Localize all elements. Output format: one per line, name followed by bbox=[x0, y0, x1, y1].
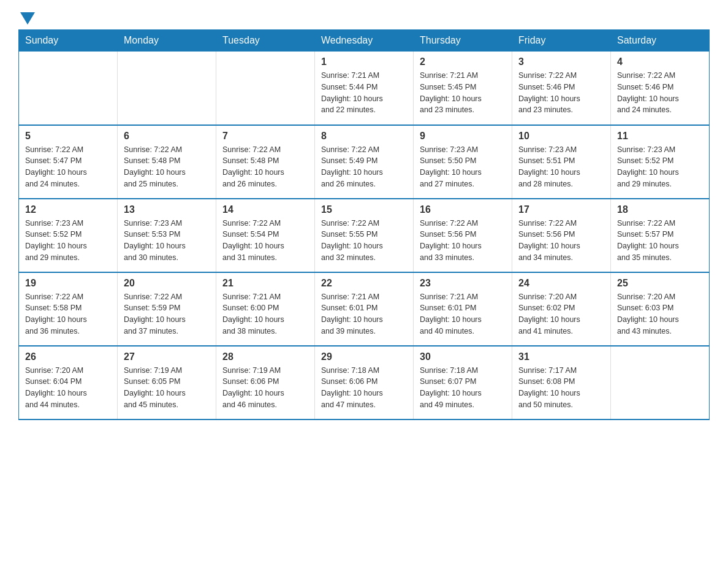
calendar-cell: 21Sunrise: 7:21 AM Sunset: 6:00 PM Dayli… bbox=[216, 272, 315, 346]
day-info: Sunrise: 7:23 AM Sunset: 5:53 PM Dayligh… bbox=[124, 218, 210, 264]
week-row-1: 1Sunrise: 7:21 AM Sunset: 5:44 PM Daylig… bbox=[19, 52, 710, 125]
day-number: 2 bbox=[420, 56, 506, 67]
day-number: 26 bbox=[25, 351, 111, 362]
day-number: 28 bbox=[222, 351, 308, 362]
day-info: Sunrise: 7:20 AM Sunset: 6:04 PM Dayligh… bbox=[25, 365, 111, 411]
week-row-3: 12Sunrise: 7:23 AM Sunset: 5:52 PM Dayli… bbox=[19, 199, 710, 272]
day-number: 15 bbox=[321, 204, 407, 215]
calendar-cell: 12Sunrise: 7:23 AM Sunset: 5:52 PM Dayli… bbox=[19, 199, 118, 272]
calendar-cell bbox=[611, 346, 710, 419]
calendar-cell: 30Sunrise: 7:18 AM Sunset: 6:07 PM Dayli… bbox=[414, 346, 512, 419]
day-number: 10 bbox=[518, 131, 604, 142]
calendar-cell: 16Sunrise: 7:22 AM Sunset: 5:56 PM Dayli… bbox=[414, 199, 512, 272]
calendar-cell: 15Sunrise: 7:22 AM Sunset: 5:55 PM Dayli… bbox=[315, 199, 414, 272]
day-number: 27 bbox=[124, 351, 210, 362]
week-row-2: 5Sunrise: 7:22 AM Sunset: 5:47 PM Daylig… bbox=[19, 125, 710, 199]
day-number: 19 bbox=[25, 278, 111, 289]
page-header bbox=[18, 12, 710, 23]
day-info: Sunrise: 7:22 AM Sunset: 5:49 PM Dayligh… bbox=[321, 144, 407, 190]
day-info: Sunrise: 7:22 AM Sunset: 5:59 PM Dayligh… bbox=[124, 291, 210, 337]
day-info: Sunrise: 7:21 AM Sunset: 6:01 PM Dayligh… bbox=[420, 291, 506, 337]
day-info: Sunrise: 7:20 AM Sunset: 6:02 PM Dayligh… bbox=[518, 291, 604, 337]
day-info: Sunrise: 7:22 AM Sunset: 5:54 PM Dayligh… bbox=[222, 218, 308, 264]
calendar-cell: 28Sunrise: 7:19 AM Sunset: 6:06 PM Dayli… bbox=[216, 346, 315, 419]
day-info: Sunrise: 7:22 AM Sunset: 5:56 PM Dayligh… bbox=[420, 218, 506, 264]
calendar-cell bbox=[19, 52, 118, 125]
header-day-monday: Monday bbox=[118, 30, 216, 52]
day-number: 24 bbox=[518, 278, 604, 289]
day-number: 12 bbox=[25, 204, 111, 215]
day-number: 11 bbox=[617, 131, 703, 142]
day-number: 14 bbox=[222, 204, 308, 215]
calendar-cell: 20Sunrise: 7:22 AM Sunset: 5:59 PM Dayli… bbox=[118, 272, 216, 346]
header-day-thursday: Thursday bbox=[414, 30, 512, 52]
day-info: Sunrise: 7:23 AM Sunset: 5:51 PM Dayligh… bbox=[518, 144, 604, 190]
day-number: 4 bbox=[617, 56, 703, 67]
logo-text bbox=[18, 12, 37, 25]
day-number: 25 bbox=[617, 278, 703, 289]
calendar-cell: 7Sunrise: 7:22 AM Sunset: 5:48 PM Daylig… bbox=[216, 125, 315, 199]
week-row-5: 26Sunrise: 7:20 AM Sunset: 6:04 PM Dayli… bbox=[19, 346, 710, 419]
day-info: Sunrise: 7:22 AM Sunset: 5:55 PM Dayligh… bbox=[321, 218, 407, 264]
logo bbox=[18, 12, 37, 23]
calendar-cell: 31Sunrise: 7:17 AM Sunset: 6:08 PM Dayli… bbox=[512, 346, 611, 419]
calendar-cell: 24Sunrise: 7:20 AM Sunset: 6:02 PM Dayli… bbox=[512, 272, 611, 346]
day-info: Sunrise: 7:23 AM Sunset: 5:52 PM Dayligh… bbox=[25, 218, 111, 264]
day-number: 8 bbox=[321, 131, 407, 142]
day-info: Sunrise: 7:22 AM Sunset: 5:56 PM Dayligh… bbox=[518, 218, 604, 264]
day-info: Sunrise: 7:21 AM Sunset: 6:00 PM Dayligh… bbox=[222, 291, 308, 337]
calendar-cell: 13Sunrise: 7:23 AM Sunset: 5:53 PM Dayli… bbox=[118, 199, 216, 272]
day-info: Sunrise: 7:22 AM Sunset: 5:58 PM Dayligh… bbox=[25, 291, 111, 337]
header-day-tuesday: Tuesday bbox=[216, 30, 315, 52]
calendar-cell: 6Sunrise: 7:22 AM Sunset: 5:48 PM Daylig… bbox=[118, 125, 216, 199]
calendar-header: SundayMondayTuesdayWednesdayThursdayFrid… bbox=[19, 30, 710, 52]
calendar-cell: 3Sunrise: 7:22 AM Sunset: 5:46 PM Daylig… bbox=[512, 52, 611, 125]
day-number: 6 bbox=[124, 131, 210, 142]
calendar-cell: 8Sunrise: 7:22 AM Sunset: 5:49 PM Daylig… bbox=[315, 125, 414, 199]
day-info: Sunrise: 7:22 AM Sunset: 5:57 PM Dayligh… bbox=[617, 218, 703, 264]
calendar-body: 1Sunrise: 7:21 AM Sunset: 5:44 PM Daylig… bbox=[19, 52, 710, 419]
day-info: Sunrise: 7:18 AM Sunset: 6:07 PM Dayligh… bbox=[420, 365, 506, 411]
logo-triangle-icon bbox=[20, 12, 35, 25]
calendar-cell: 2Sunrise: 7:21 AM Sunset: 5:45 PM Daylig… bbox=[414, 52, 512, 125]
header-row: SundayMondayTuesdayWednesdayThursdayFrid… bbox=[19, 30, 710, 52]
calendar-cell: 11Sunrise: 7:23 AM Sunset: 5:52 PM Dayli… bbox=[611, 125, 710, 199]
header-day-sunday: Sunday bbox=[19, 30, 118, 52]
day-info: Sunrise: 7:23 AM Sunset: 5:50 PM Dayligh… bbox=[420, 144, 506, 190]
calendar-cell: 19Sunrise: 7:22 AM Sunset: 5:58 PM Dayli… bbox=[19, 272, 118, 346]
calendar-cell: 23Sunrise: 7:21 AM Sunset: 6:01 PM Dayli… bbox=[414, 272, 512, 346]
day-info: Sunrise: 7:22 AM Sunset: 5:47 PM Dayligh… bbox=[25, 144, 111, 190]
header-day-saturday: Saturday bbox=[611, 30, 710, 52]
day-info: Sunrise: 7:19 AM Sunset: 6:06 PM Dayligh… bbox=[222, 365, 308, 411]
calendar-cell: 22Sunrise: 7:21 AM Sunset: 6:01 PM Dayli… bbox=[315, 272, 414, 346]
day-info: Sunrise: 7:22 AM Sunset: 5:48 PM Dayligh… bbox=[222, 144, 308, 190]
header-day-wednesday: Wednesday bbox=[315, 30, 414, 52]
day-number: 30 bbox=[420, 351, 506, 362]
calendar-cell: 14Sunrise: 7:22 AM Sunset: 5:54 PM Dayli… bbox=[216, 199, 315, 272]
day-info: Sunrise: 7:22 AM Sunset: 5:48 PM Dayligh… bbox=[124, 144, 210, 190]
calendar-cell: 17Sunrise: 7:22 AM Sunset: 5:56 PM Dayli… bbox=[512, 199, 611, 272]
calendar-cell: 18Sunrise: 7:22 AM Sunset: 5:57 PM Dayli… bbox=[611, 199, 710, 272]
day-number: 17 bbox=[518, 204, 604, 215]
calendar-cell: 4Sunrise: 7:22 AM Sunset: 5:46 PM Daylig… bbox=[611, 52, 710, 125]
day-number: 13 bbox=[124, 204, 210, 215]
day-number: 16 bbox=[420, 204, 506, 215]
day-info: Sunrise: 7:21 AM Sunset: 5:44 PM Dayligh… bbox=[321, 70, 407, 116]
calendar-cell: 29Sunrise: 7:18 AM Sunset: 6:06 PM Dayli… bbox=[315, 346, 414, 419]
calendar-cell: 9Sunrise: 7:23 AM Sunset: 5:50 PM Daylig… bbox=[414, 125, 512, 199]
day-number: 7 bbox=[222, 131, 308, 142]
day-number: 3 bbox=[518, 56, 604, 67]
day-number: 1 bbox=[321, 56, 407, 67]
day-info: Sunrise: 7:21 AM Sunset: 5:45 PM Dayligh… bbox=[420, 70, 506, 116]
day-number: 20 bbox=[124, 278, 210, 289]
calendar-cell bbox=[216, 52, 315, 125]
day-number: 31 bbox=[518, 351, 604, 362]
calendar-cell bbox=[118, 52, 216, 125]
day-number: 21 bbox=[222, 278, 308, 289]
day-number: 29 bbox=[321, 351, 407, 362]
day-number: 23 bbox=[420, 278, 506, 289]
day-info: Sunrise: 7:22 AM Sunset: 5:46 PM Dayligh… bbox=[518, 70, 604, 116]
calendar-cell: 5Sunrise: 7:22 AM Sunset: 5:47 PM Daylig… bbox=[19, 125, 118, 199]
calendar-cell: 26Sunrise: 7:20 AM Sunset: 6:04 PM Dayli… bbox=[19, 346, 118, 419]
day-number: 22 bbox=[321, 278, 407, 289]
